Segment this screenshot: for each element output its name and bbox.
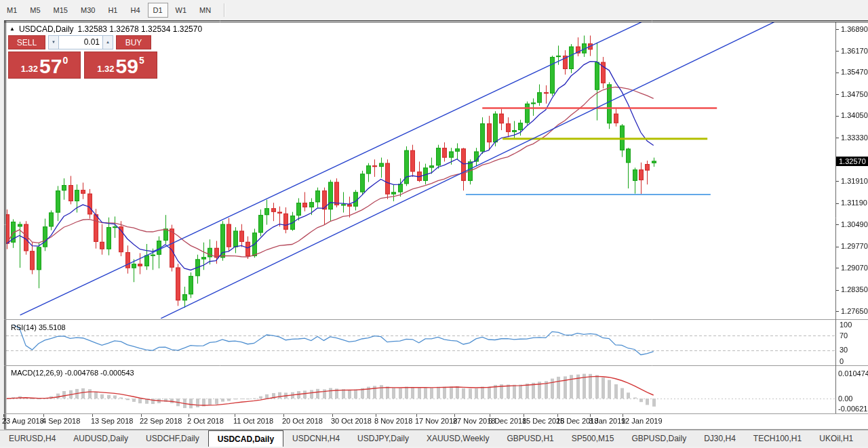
chart-tab-usdjpy-daily[interactable]: USDJPY,Daily bbox=[349, 430, 418, 447]
price-axis-tick bbox=[836, 311, 839, 312]
date-axis-tick bbox=[189, 414, 189, 417]
price-axis-label: 1.31910 bbox=[841, 177, 868, 186]
date-axis-label: 11 Oct 2018 bbox=[233, 417, 273, 425]
timeframe-button-m15[interactable]: M15 bbox=[48, 3, 73, 18]
volume-increase-button[interactable]: ▲ bbox=[102, 35, 113, 49]
date-axis-label: 13 Sep 2018 bbox=[91, 417, 133, 425]
chart-tab-bar: EURUSD,H4AUDUSD,DailyUSDCHF,DailyUSDCAD,… bbox=[0, 430, 868, 447]
volume-input[interactable] bbox=[59, 35, 102, 49]
date-axis-label: 23 Aug 2018 bbox=[2, 417, 44, 425]
macd-axis-label: 0.00 bbox=[838, 394, 852, 403]
collapse-chart-icon[interactable]: ▲ bbox=[9, 26, 15, 32]
timeframe-button-m1[interactable]: M1 bbox=[1, 3, 22, 18]
timeframe-button-m30[interactable]: M30 bbox=[75, 3, 100, 18]
chart-tab-ukoil-h1[interactable]: UKOil,H1 bbox=[810, 430, 862, 447]
timeframe-button-h4[interactable]: H4 bbox=[125, 3, 145, 18]
chart-symbol-label: USDCAD,Daily bbox=[19, 24, 74, 34]
price-axis-label: 1.35470 bbox=[841, 68, 868, 77]
timeframe-button-d1[interactable]: D1 bbox=[148, 3, 168, 18]
chart-tab-tech100-h1[interactable]: TECH100,H1 bbox=[745, 430, 810, 447]
date-axis-tick bbox=[43, 414, 44, 417]
date-axis-tick bbox=[490, 414, 490, 417]
price-axis-tick bbox=[836, 29, 839, 30]
chart-tab-audusd-daily[interactable]: AUDUSD,Daily bbox=[64, 430, 137, 447]
date-axis-label: 20 Oct 2018 bbox=[282, 417, 323, 425]
volume-decrease-button[interactable]: ▼ bbox=[48, 35, 59, 49]
chart-tab-gbpusd-h1[interactable]: GBPUSD,H1 bbox=[498, 430, 562, 447]
price-axis-label: 1.34050 bbox=[841, 111, 868, 120]
macd-label: MACD(12,26,9) -0.004768 -0.000543 bbox=[11, 369, 134, 377]
sell-button[interactable]: SELL bbox=[8, 35, 45, 49]
buy-price-small: 1.32 bbox=[97, 64, 114, 74]
sell-price-box[interactable]: 1.32 57 0 bbox=[8, 52, 81, 79]
spinner-down-icon: ▼ bbox=[52, 40, 56, 44]
macd-axis-label: 0.010474 bbox=[838, 369, 868, 378]
chart-tab-eurusd-h4[interactable]: EURUSD,H4 bbox=[0, 430, 64, 447]
price-axis-label: 1.36890 bbox=[841, 25, 868, 34]
price-axis-tick bbox=[836, 268, 839, 268]
date-axis-label: 22 Sep 2018 bbox=[140, 417, 182, 425]
chart-tab-gbpusd-daily[interactable]: GBPUSD,Daily bbox=[623, 430, 695, 447]
price-axis-tick bbox=[836, 247, 839, 247]
price-axis-tick bbox=[836, 116, 839, 117]
chart-tab-sp500-m15[interactable]: SP500,M15 bbox=[563, 430, 623, 447]
date-axis-tick bbox=[332, 414, 333, 417]
price-axis-label: 1.34750 bbox=[841, 90, 868, 99]
price-axis-tick bbox=[836, 203, 839, 204]
buy-button[interactable]: BUY bbox=[116, 35, 151, 49]
price-axis-label: 1.28350 bbox=[841, 285, 868, 294]
chart-ohlc-values: 1.32583 1.32678 1.32534 1.32570 bbox=[78, 24, 203, 34]
price-axis-label: 1.30490 bbox=[841, 220, 868, 229]
chart-tab-usdcad-daily[interactable]: USDCAD,Daily bbox=[208, 430, 283, 447]
date-axis-label: 4 Sep 2018 bbox=[42, 417, 80, 425]
sell-price-sup: 0 bbox=[62, 55, 68, 66]
date-axis-tick bbox=[557, 414, 558, 417]
price-axis-label: 1.29070 bbox=[841, 264, 868, 272]
date-axis-tick bbox=[524, 414, 524, 417]
chart-tab-dj30-h4[interactable]: DJ30,H4 bbox=[695, 430, 745, 447]
date-axis-tick bbox=[141, 414, 142, 417]
timeframe-toolbar: M1M5M15M30H1H4D1W1MN bbox=[0, 0, 868, 20]
rsi-label: RSI(14) 35.5108 bbox=[11, 323, 66, 331]
date-axis-tick bbox=[235, 414, 235, 417]
price-axis-tick bbox=[836, 51, 839, 52]
toolbar-separator bbox=[224, 3, 225, 17]
chart-tab-usdchf-daily[interactable]: USDCHF,Daily bbox=[137, 430, 208, 447]
one-click-trading-panel: SELL ▼ ▲ BUY 1.32 57 0 1.32 59 5 bbox=[8, 35, 160, 79]
sell-price-big: 57 bbox=[39, 56, 62, 77]
rsi-axis-label: 0 bbox=[840, 357, 844, 366]
timeframe-button-h1[interactable]: H1 bbox=[102, 3, 123, 18]
date-axis-label: 6 Dec 2018 bbox=[488, 417, 526, 425]
price-axis-label: 1.36170 bbox=[841, 47, 868, 56]
buy-price-box[interactable]: 1.32 59 5 bbox=[84, 52, 157, 79]
date-axis-tick bbox=[92, 414, 93, 417]
current-price-badge: 1.32570 bbox=[836, 157, 868, 166]
price-axis-tick bbox=[836, 73, 839, 73]
price-axis-label: 1.31190 bbox=[841, 199, 867, 207]
date-axis-tick bbox=[454, 414, 455, 417]
sell-price-small: 1.32 bbox=[21, 64, 38, 74]
rsi-axis-label: 70 bbox=[840, 331, 848, 340]
price-axis-tick bbox=[836, 224, 839, 225]
date-axis-tick bbox=[416, 414, 417, 417]
timeframe-button-w1[interactable]: W1 bbox=[170, 3, 193, 18]
date-axis-tick bbox=[3, 414, 4, 417]
price-axis-tick bbox=[836, 181, 839, 182]
rsi-axis-label: 30 bbox=[840, 346, 848, 354]
date-axis-label: 30 Oct 2018 bbox=[331, 417, 372, 425]
date-axis-tick bbox=[623, 414, 623, 417]
spinner-up-icon: ▲ bbox=[106, 40, 110, 44]
chart-tab-usdcnh-h4[interactable]: USDCNH,H4 bbox=[283, 430, 349, 447]
buy-price-big: 59 bbox=[116, 56, 138, 77]
date-axis-label: 3 Jan 2019 bbox=[589, 417, 625, 425]
date-axis-tick bbox=[590, 414, 591, 417]
date-axis-tick bbox=[376, 414, 376, 417]
chart-tab-xauusd-weekly[interactable]: XAUUSD,Weekly bbox=[418, 430, 498, 447]
date-axis-tick bbox=[283, 414, 284, 417]
price-axis-tick bbox=[836, 94, 839, 95]
timeframe-button-m5[interactable]: M5 bbox=[24, 3, 45, 18]
rsi-axis-label: 100 bbox=[840, 321, 852, 329]
price-axis-tick bbox=[836, 138, 839, 138]
timeframe-button-mn[interactable]: MN bbox=[194, 3, 216, 18]
price-axis-label: 1.29770 bbox=[841, 242, 868, 251]
